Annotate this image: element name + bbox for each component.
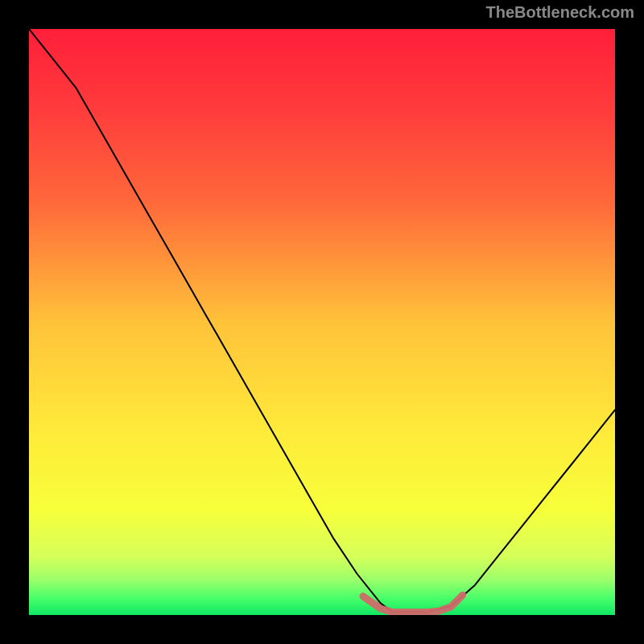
chart-canvas xyxy=(29,29,615,615)
bottleneck-chart xyxy=(29,29,615,615)
watermark-text: TheBottleneck.com xyxy=(486,3,634,22)
svg-rect-0 xyxy=(29,29,615,615)
